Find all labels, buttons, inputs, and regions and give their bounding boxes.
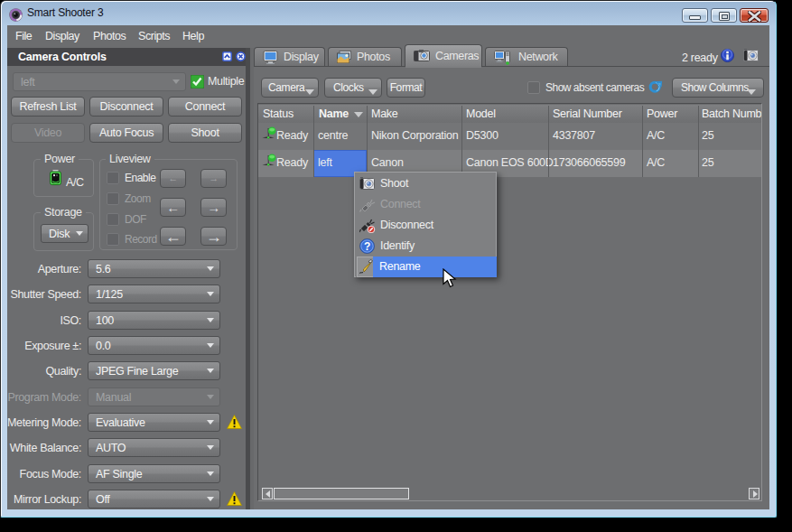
svg-text:?: ? — [364, 240, 370, 253]
